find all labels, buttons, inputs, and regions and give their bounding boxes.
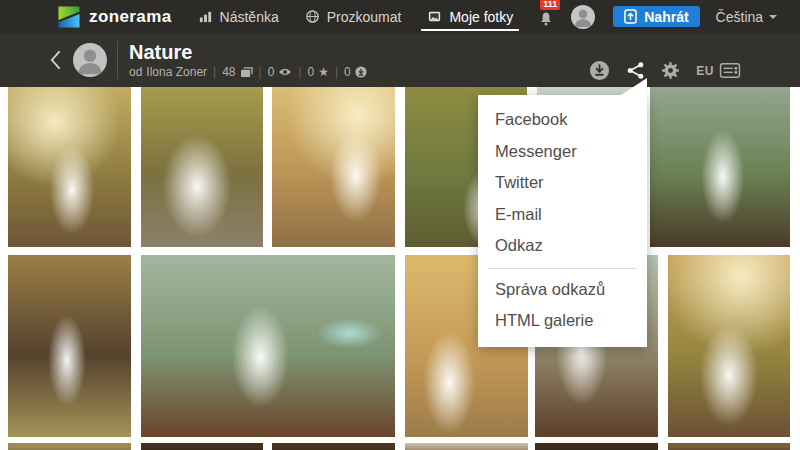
album-title-block: Nature od Ilona Zoner | 48 | 0 [129,41,367,79]
photo-thumbnail[interactable] [141,443,263,450]
owner-byline: od Ilona Zoner [129,65,207,79]
main-navigation: Nástěnka Prozkoumat Moje fotky [172,0,778,33]
share-menu: Facebook Messenger Twitter E-mail Odkaz … [478,95,647,347]
gear-icon [661,61,680,80]
stats-separator: | [213,65,216,79]
download-count: 0 [344,65,351,79]
header-divider [117,41,118,79]
album-title: Nature [129,41,367,63]
nav-explore-label: Prozkoumat [327,9,402,25]
chart-icon [198,9,213,24]
photo-thumbnail[interactable] [141,87,263,247]
view-count: 0 [268,65,275,79]
region-group: EU [696,62,741,80]
slideshow-button[interactable] [719,62,741,80]
album-header: Nature od Ilona Zoner | 48 | 0 [0,33,800,87]
share-link-item[interactable]: Odkaz [478,230,647,262]
photo-thumbnail[interactable] [272,443,395,450]
language-selector[interactable]: Čeština [716,9,777,25]
photo-thumbnail[interactable] [8,255,131,437]
download-count-icon [355,66,367,78]
stats-separator: | [259,65,262,79]
person-icon [73,43,107,77]
photo-count: 48 [222,65,235,79]
eye-icon [278,67,292,77]
html-gallery-item[interactable]: HTML galerie [478,305,647,337]
photos-icon [427,9,442,24]
menu-divider [488,268,637,269]
slideshow-icon [719,62,741,80]
upload-button[interactable]: Nahrát [613,6,699,27]
download-icon [589,60,610,81]
star-icon: ★ [318,66,329,78]
photo-count-stat: 48 [222,65,252,79]
links-management-item[interactable]: Správa odkazů [478,274,647,306]
photo-thumbnail[interactable] [141,255,395,437]
globe-icon [305,9,320,24]
photo-thumbnail[interactable] [650,87,790,247]
upload-icon [624,9,637,24]
user-avatar[interactable] [571,5,595,29]
album-actions: EU [589,60,741,81]
owner-name[interactable]: Ilona Zoner [146,65,207,79]
nav-my-photos[interactable]: Moje fotky [427,0,513,33]
notification-badge: 111 [540,0,560,10]
photo-thumbnail[interactable] [535,443,658,450]
photo-thumbnail[interactable] [272,87,395,247]
chevron-down-icon [769,15,777,19]
photo-thumbnail[interactable] [8,87,131,247]
album-settings-button[interactable] [661,61,680,80]
person-icon [571,5,595,29]
stats-separator: | [298,65,301,79]
photo-thumbnail[interactable] [668,255,790,437]
menu-caret-icon [621,78,647,95]
share-messenger-item[interactable]: Messenger [478,136,647,168]
download-count-stat: 0 [344,65,367,79]
nav-explore[interactable]: Prozkoumat [305,0,402,33]
top-navigation-bar: zonerama Nástěnka Prozkoumat [0,0,800,33]
bell-icon [538,11,554,27]
stats-separator: | [335,65,338,79]
share-email-item[interactable]: E-mail [478,199,647,231]
share-twitter-item[interactable]: Twitter [478,167,647,199]
download-album-button[interactable] [589,60,610,81]
photo-thumbnail[interactable] [668,443,790,450]
share-facebook-item[interactable]: Facebook [478,104,647,136]
upload-button-label: Nahrát [644,9,688,25]
favorite-count: 0 [307,65,314,79]
favorite-count-stat: 0 ★ [307,65,328,79]
chevron-left-icon [50,50,61,70]
notifications-button[interactable]: 111 [537,7,555,27]
zonerama-app: zonerama Nástěnka Prozkoumat [0,0,800,450]
language-label: Čeština [716,9,763,25]
back-button[interactable] [50,50,64,70]
photo-count-icon [240,67,253,78]
region-label: EU [696,64,714,78]
nav-dashboard[interactable]: Nástěnka [198,0,279,33]
z-mark-icon [57,5,81,29]
nav-dashboard-label: Nástěnka [220,9,279,25]
view-count-stat: 0 [268,65,293,79]
nav-my-photos-label: Moje fotky [449,9,513,25]
photo-thumbnail[interactable] [405,443,528,450]
photo-thumbnail[interactable] [8,443,131,450]
brand-wordmark: zonerama [89,7,172,27]
owner-prefix: od [129,65,142,79]
album-owner-avatar[interactable] [73,43,107,77]
album-stats: od Ilona Zoner | 48 | 0 [129,65,367,79]
zonerama-logo[interactable]: zonerama [57,5,172,29]
